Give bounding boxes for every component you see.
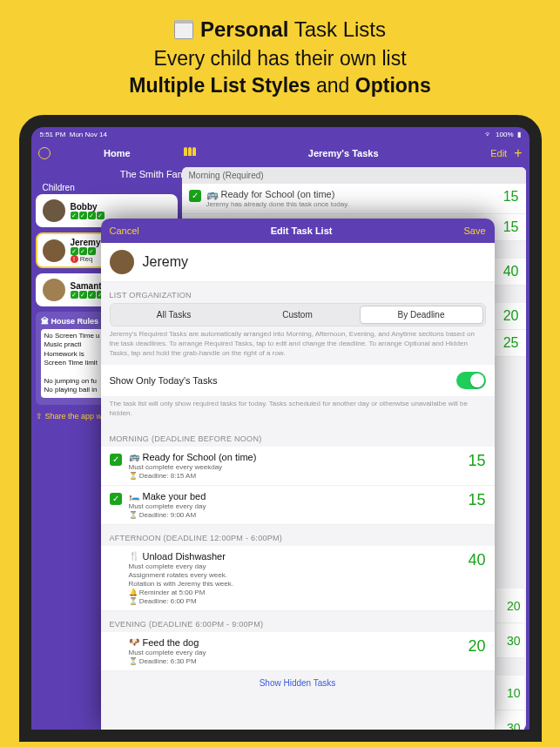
task-points: 30 <box>496 710 524 730</box>
checkbox-icon[interactable]: ✓ <box>189 190 201 202</box>
bus-icon: 🚌 <box>129 452 139 462</box>
task-row[interactable]: ✓ 🚌Ready for School (on time) Must compl… <box>101 447 495 486</box>
screen: 5:51 PM Mon Nov 14 ᯤ 100% ▮ Home Jeremy'… <box>31 127 530 730</box>
modal-header: Cancel Edit Task List Save <box>101 219 495 243</box>
family-title: The Smith Family <box>36 165 201 181</box>
section-label: MORNING (DEADLINE BEFORE NOON) <box>101 426 495 447</box>
bed-icon: 🛏️ <box>129 491 139 501</box>
seg-custom[interactable]: Custom <box>237 306 359 323</box>
section-label: LIST ORGANIZATION <box>101 282 495 303</box>
task-points: 15 <box>468 452 485 470</box>
wifi-icon: ᯤ <box>485 131 492 138</box>
task-points: 40 <box>468 551 485 569</box>
ipad-frame: 5:51 PM Mon Nov 14 ᯤ 100% ▮ Home Jeremy'… <box>19 115 542 742</box>
avatar <box>43 199 65 222</box>
cancel-button[interactable]: Cancel <box>110 225 139 236</box>
toggle-switch[interactable] <box>456 372 486 389</box>
utensils-icon: 🍴 <box>129 551 139 562</box>
seg-by-deadline[interactable]: By Deadline <box>361 306 482 323</box>
task-points: 10 <box>496 676 524 710</box>
show-hidden-button[interactable]: Show Hidden Tasks <box>101 671 495 695</box>
task-points: 15 <box>468 491 485 509</box>
toggle-label: Show Only Today's Tasks <box>110 375 218 386</box>
add-button[interactable]: + <box>514 145 522 161</box>
notepad-icon <box>174 20 193 39</box>
checkbox-icon[interactable]: ✓ <box>110 454 122 466</box>
section-label: AFTERNOON (DEADLINE 12:00PM - 6:00PM) <box>101 525 495 546</box>
toggle-row-today[interactable]: Show Only Today's Tasks <box>101 365 495 396</box>
help-text: The task list will only show required ta… <box>101 396 495 426</box>
avatar <box>43 279 65 301</box>
edit-button[interactable]: Edit <box>490 148 507 158</box>
task-points: 30 <box>496 623 524 658</box>
top-nav: Home Jeremy's Tasks Edit + <box>31 141 530 165</box>
clock-icon[interactable] <box>38 147 51 159</box>
child-name: Jeremy <box>143 254 188 270</box>
section-label: EVENING (DEADLINE 6:00PM - 9:00PM) <box>101 611 495 632</box>
hero-line1: Personal Task Lists <box>0 17 560 42</box>
task-row[interactable]: ✓ 🛏️Make your bed Must complete every da… <box>101 486 495 525</box>
edit-task-list-modal: Cancel Edit Task List Save Jeremy LIST O… <box>101 219 495 730</box>
child-name: Bobby <box>71 202 105 212</box>
child-name: Jeremy <box>71 238 101 247</box>
checkbox-icon[interactable]: ✓ <box>110 493 122 505</box>
people-icon[interactable] <box>184 147 196 159</box>
home-title: Home <box>51 148 185 158</box>
avatar <box>43 239 65 262</box>
save-button[interactable]: Save <box>463 225 485 236</box>
tasks-section-header: Morning (Required) <box>182 167 526 184</box>
battery-icon: ▮ <box>517 131 521 138</box>
hero-line2: Every child has their own list <box>0 47 560 71</box>
hero-line3: Multiple List Styles and Options <box>0 74 560 98</box>
task-row[interactable]: 🐶Feed the dog Must complete every day ⏳ … <box>101 632 495 671</box>
modal-title: Edit Task List <box>271 225 333 236</box>
help-text: Jeremy's Required Tasks are automaticall… <box>101 326 495 365</box>
children-label: Children <box>36 181 178 194</box>
task-points: 20 <box>496 589 524 623</box>
task-row[interactable]: 🍴Unload Dishwasher Must complete every d… <box>101 546 495 611</box>
task-row[interactable]: ✓ 🚌 Ready for School (on time) Jeremy ha… <box>182 184 526 214</box>
status-bar: 5:51 PM Mon Nov 14 ᯤ 100% ▮ <box>31 127 530 141</box>
dog-icon: 🐶 <box>129 637 139 648</box>
task-points: 20 <box>468 637 485 656</box>
share-icon: ⇧ <box>36 412 43 421</box>
hero: Personal Task Lists Every child has thei… <box>0 0 560 98</box>
child-banner: Jeremy <box>101 243 495 282</box>
seg-all-tasks[interactable]: All Tasks <box>113 306 235 323</box>
avatar <box>110 250 134 274</box>
page-title: Jeremy's Tasks <box>196 148 490 158</box>
segmented-control[interactable]: All Tasks Custom By Deadline <box>110 303 486 326</box>
